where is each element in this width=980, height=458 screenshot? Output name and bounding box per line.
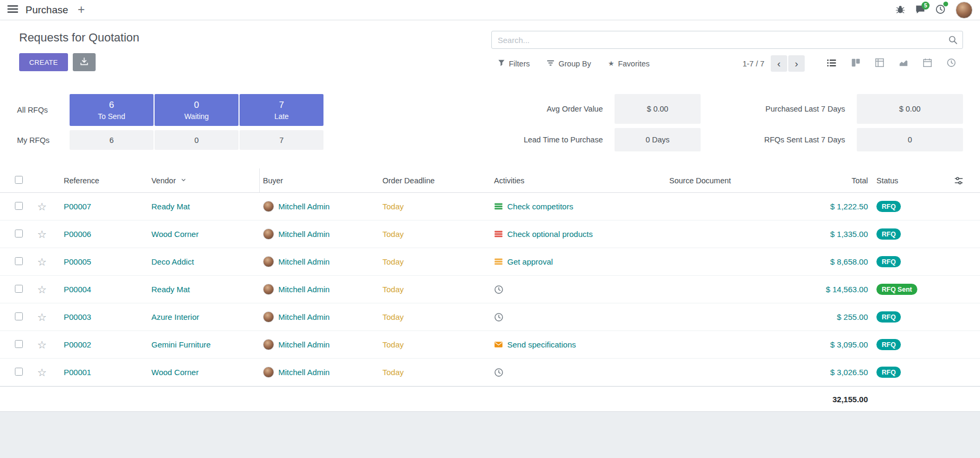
column-header-reference[interactable]: Reference xyxy=(61,176,148,185)
vendor-link[interactable]: Wood Corner xyxy=(151,368,199,377)
activity-cell[interactable] xyxy=(491,312,666,322)
favorite-star-icon[interactable]: ☆ xyxy=(37,367,47,378)
buyer-link[interactable]: Mitchell Admin xyxy=(278,285,330,294)
table-row[interactable]: ☆ P00007 Ready Mat Mitchell Admin Today … xyxy=(0,193,980,220)
bug-icon xyxy=(896,4,905,15)
favorite-star-icon[interactable]: ☆ xyxy=(37,229,47,240)
row-checkbox[interactable] xyxy=(15,340,23,348)
vendor-link[interactable]: Azure Interior xyxy=(151,312,199,321)
my-late-card[interactable]: 7 xyxy=(240,130,323,150)
add-tab-button[interactable]: + xyxy=(78,4,84,16)
table-row[interactable]: ☆ P00001 Wood Corner Mitchell Admin Toda… xyxy=(0,359,980,386)
pager-next-button[interactable]: › xyxy=(788,55,805,72)
vendor-link[interactable]: Ready Mat xyxy=(151,202,190,211)
favorite-star-icon[interactable]: ☆ xyxy=(37,312,47,323)
export-button[interactable] xyxy=(73,53,96,71)
reference-link[interactable]: P00006 xyxy=(64,230,91,239)
kpi-value-purchased-last-7-days[interactable]: $ 0.00 xyxy=(857,94,963,124)
buyer-link[interactable]: Mitchell Admin xyxy=(278,340,330,349)
row-checkbox[interactable] xyxy=(15,202,23,210)
user-menu-button[interactable] xyxy=(956,2,973,19)
calendar-view-button[interactable] xyxy=(915,55,939,72)
buyer-link[interactable]: Mitchell Admin xyxy=(278,368,330,377)
reference-link[interactable]: P00005 xyxy=(64,257,91,266)
my-waiting-card[interactable]: 0 xyxy=(155,130,238,150)
select-all-checkbox[interactable] xyxy=(15,176,23,184)
kpi-value-rfqs-sent[interactable]: 0 xyxy=(857,128,963,151)
activity-cell[interactable]: Check optional products xyxy=(491,230,666,239)
tasks-icon xyxy=(494,202,503,211)
activity-view-button[interactable] xyxy=(939,55,963,72)
favorites-button[interactable]: ★ Favorites xyxy=(608,59,650,69)
column-header-total[interactable]: Total xyxy=(799,176,873,185)
apps-menu-button[interactable] xyxy=(7,5,18,15)
column-header-buyer[interactable]: Buyer xyxy=(260,176,379,185)
column-header-order-deadline[interactable]: Order Deadline xyxy=(379,176,491,185)
activities-button[interactable] xyxy=(935,4,945,16)
row-checkbox[interactable] xyxy=(15,285,23,293)
row-checkbox[interactable] xyxy=(15,368,23,376)
table-row[interactable]: ☆ P00006 Wood Corner Mitchell Admin Toda… xyxy=(0,220,980,248)
create-button[interactable]: CREATE xyxy=(19,53,68,71)
column-header-activities[interactable]: Activities xyxy=(491,176,666,185)
buyer-link[interactable]: Mitchell Admin xyxy=(278,202,330,211)
hamburger-icon xyxy=(7,5,18,15)
activity-cell[interactable]: Send specifications xyxy=(491,340,666,349)
order-deadline-value: Today xyxy=(382,202,404,211)
messages-button[interactable]: 5 xyxy=(915,4,925,16)
group-by-button[interactable]: Group By xyxy=(547,59,591,69)
kanban-view-button[interactable] xyxy=(843,55,867,72)
activity-label[interactable]: Check optional products xyxy=(507,230,593,239)
filters-button[interactable]: Filters xyxy=(498,59,530,69)
activity-cell[interactable]: Check competitors xyxy=(491,202,666,211)
column-header-status[interactable]: Status xyxy=(873,176,937,185)
reference-link[interactable]: P00003 xyxy=(64,312,91,321)
late-card[interactable]: 7 Late xyxy=(240,94,323,126)
activity-label[interactable]: Check competitors xyxy=(507,202,573,211)
reference-link[interactable]: P00001 xyxy=(64,368,91,377)
list-view-button[interactable] xyxy=(820,55,843,72)
app-name[interactable]: Purchase xyxy=(25,4,68,16)
favorite-star-icon[interactable]: ☆ xyxy=(37,340,47,350)
vendor-link[interactable]: Ready Mat xyxy=(151,285,190,294)
activity-cell[interactable] xyxy=(491,285,666,294)
kpi-value-lead-time[interactable]: 0 Days xyxy=(615,128,701,151)
table-row[interactable]: ☆ P00002 Gemini Furniture Mitchell Admin… xyxy=(0,331,980,359)
search-icon[interactable] xyxy=(948,35,958,47)
debug-button[interactable] xyxy=(896,4,905,15)
waiting-card[interactable]: 0 Waiting xyxy=(155,94,238,126)
search-input[interactable] xyxy=(492,31,962,48)
pager-previous-button[interactable]: ‹ xyxy=(771,55,787,72)
vendor-link[interactable]: Deco Addict xyxy=(151,257,194,266)
favorite-star-icon[interactable]: ☆ xyxy=(37,201,47,212)
buyer-link[interactable]: Mitchell Admin xyxy=(278,312,330,321)
graph-view-button[interactable] xyxy=(891,55,915,72)
activity-cell[interactable] xyxy=(491,368,666,377)
favorite-star-icon[interactable]: ☆ xyxy=(37,257,47,267)
activity-label[interactable]: Get approval xyxy=(507,257,553,266)
row-checkbox[interactable] xyxy=(15,230,23,238)
column-header-vendor[interactable]: Vendor xyxy=(148,168,260,192)
buyer-link[interactable]: Mitchell Admin xyxy=(278,257,330,266)
reference-link[interactable]: P00002 xyxy=(64,340,91,349)
vendor-link[interactable]: Gemini Furniture xyxy=(151,340,211,349)
table-row[interactable]: ☆ P00005 Deco Addict Mitchell Admin Toda… xyxy=(0,248,980,276)
my-to-send-card[interactable]: 6 xyxy=(70,130,154,150)
kpi-value-avg-order-value[interactable]: $ 0.00 xyxy=(615,94,701,124)
optional-columns-icon[interactable] xyxy=(937,176,980,185)
activity-label[interactable]: Send specifications xyxy=(507,340,576,349)
to-send-card[interactable]: 6 To Send xyxy=(70,94,154,126)
row-checkbox[interactable] xyxy=(15,257,23,265)
row-checkbox[interactable] xyxy=(15,312,23,320)
table-row[interactable]: ☆ P00004 Ready Mat Mitchell Admin Today … xyxy=(0,276,980,303)
vendor-link[interactable]: Wood Corner xyxy=(151,230,199,239)
reference-link[interactable]: P00004 xyxy=(64,285,91,294)
favorite-star-icon[interactable]: ☆ xyxy=(37,284,47,295)
table-row[interactable]: ☆ P00003 Azure Interior Mitchell Admin T… xyxy=(0,303,980,331)
column-header-source-document[interactable]: Source Document xyxy=(666,176,799,185)
reference-link[interactable]: P00007 xyxy=(64,202,91,211)
search-box[interactable] xyxy=(491,31,963,49)
activity-cell[interactable]: Get approval xyxy=(491,257,666,266)
pivot-view-button[interactable] xyxy=(867,55,891,72)
buyer-link[interactable]: Mitchell Admin xyxy=(278,230,330,239)
